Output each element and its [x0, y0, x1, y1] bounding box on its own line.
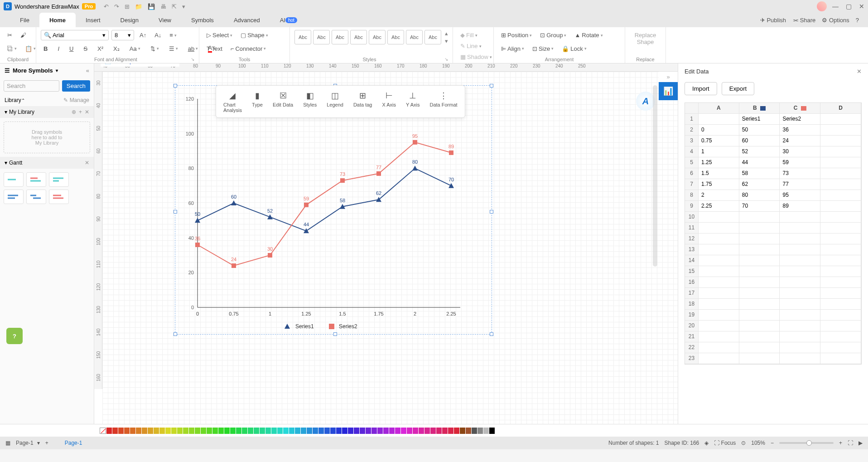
close-icon[interactable]: ✕ [85, 109, 89, 115]
color-swatch[interactable] [442, 428, 448, 434]
add-tab-button[interactable]: + [171, 63, 176, 66]
help-icon[interactable]: ? [856, 17, 859, 24]
color-swatch[interactable] [277, 428, 283, 434]
options-button[interactable]: ⚙ Options [822, 17, 849, 24]
close-icon[interactable]: ✕ [857, 68, 862, 75]
symbol-item[interactable] [26, 172, 46, 187]
color-swatch[interactable] [165, 428, 171, 434]
color-swatch[interactable] [260, 428, 265, 434]
undo-icon[interactable]: ↶ [104, 3, 109, 10]
color-swatch[interactable] [207, 428, 212, 434]
close-icon[interactable]: ✕ [859, 3, 864, 10]
page-tab[interactable]: Page-1 [65, 440, 82, 446]
toolbar-legend[interactable]: ◫Legend [322, 88, 348, 115]
strike-icon[interactable]: S [81, 44, 90, 54]
toolbar-styles[interactable]: ◧Styles [299, 88, 321, 115]
font-select[interactable]: 🔍 Arial▾ [41, 30, 109, 40]
color-swatch[interactable] [430, 428, 436, 434]
color-swatch[interactable] [177, 428, 183, 434]
subscript-icon[interactable]: X₂ [111, 44, 122, 54]
color-swatch[interactable] [354, 428, 359, 434]
doc-tab[interactable]: 📄A Simple Line ...● + [101, 63, 179, 67]
color-swatch[interactable] [424, 428, 430, 434]
color-swatch[interactable] [106, 428, 112, 434]
color-swatch[interactable] [371, 428, 377, 434]
redo-icon[interactable]: ↷ [114, 3, 119, 10]
color-swatch[interactable] [419, 428, 424, 434]
color-swatch[interactable] [295, 428, 300, 434]
position-button[interactable]: ⊞ Position▾ [498, 30, 535, 40]
select-tool[interactable]: ▷ Select▾ [204, 30, 235, 40]
color-swatch[interactable] [348, 428, 353, 434]
color-swatch[interactable] [212, 428, 218, 434]
shape-tool[interactable]: ▢ Shape▾ [238, 30, 271, 40]
menu-view[interactable]: View [149, 13, 181, 27]
minimize-icon[interactable]: — [832, 3, 839, 10]
color-swatch[interactable] [254, 428, 259, 434]
publish-button[interactable]: ✈ Publish [760, 17, 786, 24]
color-swatch[interactable] [413, 428, 418, 434]
shadow-button[interactable]: ▦ Shadow▾ [458, 52, 489, 62]
dropdown-icon[interactable]: ▾ [182, 3, 185, 10]
layout-icon[interactable]: ▦ [5, 440, 10, 446]
style-item[interactable]: Abc [332, 30, 348, 44]
rotate-button[interactable]: ▲ Rotate▾ [572, 30, 605, 40]
text-tool[interactable]: T Text [204, 44, 225, 54]
align-button[interactable]: ⊫ Align▾ [498, 44, 527, 54]
color-swatch[interactable] [183, 428, 188, 434]
presentation-icon[interactable]: ▶ [858, 440, 863, 446]
bold-icon[interactable]: B [41, 44, 50, 54]
color-swatch[interactable] [112, 428, 118, 434]
chart-panel-icon[interactable]: 📊 [659, 82, 678, 100]
highlight-icon[interactable]: ab▾ [185, 44, 201, 54]
maximize-icon[interactable]: ▢ [846, 3, 852, 10]
toolbar-x-axis[interactable]: ⊢X Axis [378, 88, 401, 115]
color-swatch[interactable] [377, 428, 383, 434]
toolbar-type[interactable]: ▮Type [247, 88, 267, 115]
case-icon[interactable]: Aa▾ [127, 44, 143, 54]
color-swatch[interactable] [159, 428, 165, 434]
superscript-icon[interactable]: X² [95, 44, 106, 54]
data-table[interactable]: AB C D1Series1Series220503630.7560244152… [685, 102, 862, 365]
color-swatch[interactable] [230, 428, 236, 434]
cut-icon[interactable]: ✂ [5, 30, 15, 40]
zoom-in-icon[interactable]: + [839, 440, 842, 446]
color-swatch[interactable] [224, 428, 230, 434]
color-swatch[interactable] [271, 428, 277, 434]
color-swatch[interactable] [218, 428, 224, 434]
color-swatch[interactable] [436, 428, 442, 434]
color-swatch[interactable] [360, 428, 365, 434]
color-swatch[interactable] [242, 428, 247, 434]
focus-button[interactable]: ⛶ Focus [714, 440, 736, 446]
color-swatch[interactable] [407, 428, 412, 434]
color-swatch[interactable] [148, 428, 153, 434]
toolbar-edit-data[interactable]: ☒Edit Data [268, 88, 298, 115]
plus-icon[interactable]: + [79, 109, 82, 115]
color-swatch[interactable] [401, 428, 406, 434]
color-swatch[interactable] [330, 428, 336, 434]
color-swatch[interactable] [395, 428, 400, 434]
gantt-header[interactable]: ▾ Gantt✕ [0, 157, 94, 169]
symbol-item[interactable] [4, 172, 24, 187]
fit-icon[interactable]: ⊙ [741, 440, 746, 446]
lock-button[interactable]: 🔒 Lock▾ [559, 44, 589, 54]
color-swatch[interactable] [448, 428, 453, 434]
menu-insert[interactable]: Insert [76, 13, 111, 27]
format-painter-icon[interactable]: 🖌 [18, 30, 29, 40]
menu-symbols[interactable]: Symbols [181, 13, 224, 27]
collapse-icon[interactable]: « [86, 67, 89, 74]
style-item[interactable]: Abc [369, 30, 386, 44]
menu-file[interactable]: File [10, 13, 39, 27]
color-swatch[interactable] [124, 428, 130, 434]
underline-icon[interactable]: U [67, 44, 76, 54]
color-swatch[interactable] [136, 428, 141, 434]
scrollbar-vertical[interactable] [653, 85, 657, 267]
print-icon[interactable]: 🖶 [160, 3, 166, 10]
line-button[interactable]: ✎ Line▾ [458, 41, 489, 51]
color-swatch[interactable] [248, 428, 253, 434]
menu-ai[interactable]: AIhot [270, 13, 307, 27]
italic-icon[interactable]: I [55, 44, 62, 54]
color-swatch[interactable] [118, 428, 124, 434]
color-swatch[interactable] [318, 428, 324, 434]
align-icon[interactable]: ≡▾ [167, 30, 179, 40]
